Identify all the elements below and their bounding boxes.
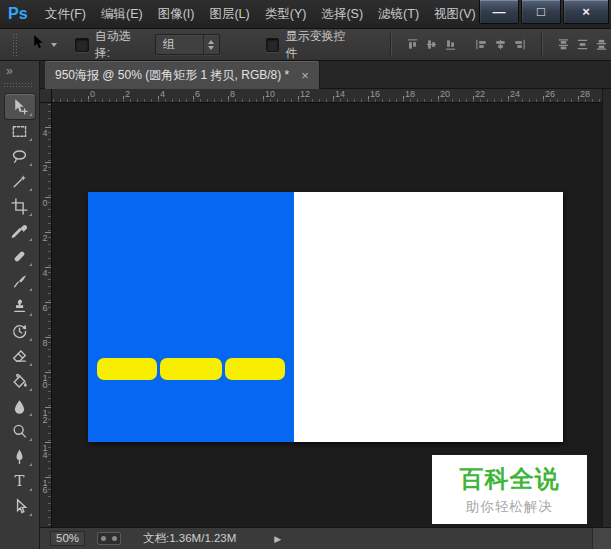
- watermark-subtitle: 助你轻松解决: [466, 498, 553, 516]
- status-bar: 50% 文档:1.36M/1.23M ▶: [40, 527, 611, 549]
- ruler-label: 8: [41, 340, 49, 347]
- status-expand-icon[interactable]: ▶: [274, 534, 281, 544]
- stepper-arrows-icon[interactable]: [203, 35, 219, 54]
- document-size-info: 文档:1.36M/1.23M: [143, 531, 236, 546]
- dodge-tool[interactable]: [5, 419, 35, 444]
- crop-tool[interactable]: [5, 194, 35, 219]
- vertical-scrollbar[interactable]: [602, 89, 611, 527]
- yellow-rounded-rectangle: [97, 358, 157, 380]
- eraser-tool[interactable]: [5, 344, 35, 369]
- align-right-edges-icon[interactable]: [513, 38, 526, 51]
- rounded-rectangle-row: [97, 358, 285, 380]
- watermark-title: 百科全说: [460, 463, 560, 495]
- ruler-label: 16: [370, 89, 380, 99]
- ruler-label: 0: [41, 200, 49, 207]
- ruler-label: 8: [230, 89, 235, 99]
- auto-select-label: 自动选择:: [95, 28, 145, 62]
- menu-file[interactable]: 文件(F): [42, 4, 89, 25]
- blur-tool[interactable]: [5, 394, 35, 419]
- align-bottom-edges-icon[interactable]: [444, 38, 457, 51]
- options-bar-grip[interactable]: [12, 33, 18, 57]
- ruler-label: 26: [545, 89, 555, 99]
- tab-close-icon[interactable]: ×: [301, 69, 309, 82]
- ruler-label: 4: [160, 89, 165, 99]
- horizontal-ruler[interactable]: 0246810121416182022242628: [52, 89, 611, 103]
- ruler-label: 10: [265, 89, 275, 99]
- menu-image[interactable]: 图像(I): [155, 4, 198, 25]
- svg-text:T: T: [15, 473, 25, 490]
- minimize-button[interactable]: —: [479, 0, 519, 24]
- document-tab[interactable]: 950海报 @ 50% (圆角矩形 1 拷贝, RGB/8) * ×: [45, 61, 319, 89]
- tool-column: T: [0, 94, 39, 519]
- paint-bucket-tool[interactable]: [5, 369, 35, 394]
- resize-grip[interactable]: [592, 528, 611, 549]
- ruler-label: 2: [125, 89, 130, 99]
- menu-view[interactable]: 视图(V): [431, 4, 479, 25]
- auto-select-dropdown[interactable]: 组: [155, 34, 220, 55]
- document-canvas[interactable]: [88, 192, 563, 442]
- eyedropper-tool[interactable]: [5, 219, 35, 244]
- align-group-2: [472, 38, 529, 51]
- yellow-rounded-rectangle: [160, 358, 222, 380]
- spot-healing-brush-tool[interactable]: [5, 244, 35, 269]
- ruler-label: 22: [475, 89, 485, 99]
- type-tool[interactable]: T: [5, 469, 35, 494]
- divider: [541, 33, 542, 57]
- tool-panel-grip[interactable]: [3, 82, 33, 88]
- show-transform-label: 显示变换控件: [285, 28, 356, 62]
- blue-rectangle-layer: [88, 192, 294, 442]
- pen-tool[interactable]: [5, 444, 35, 469]
- clone-stamp-tool[interactable]: [5, 294, 35, 319]
- align-top-edges-icon[interactable]: [406, 38, 419, 51]
- ruler-label: 20: [440, 89, 450, 99]
- ruler-label: 10: [41, 375, 49, 389]
- menu-edit[interactable]: 编辑(E): [98, 4, 146, 25]
- options-bar: 自动选择: 组 显示变换控件: [0, 29, 611, 61]
- path-selection-tool[interactable]: [5, 494, 35, 519]
- align-horizontal-centers-icon[interactable]: [494, 38, 507, 51]
- move-tool[interactable]: [5, 94, 35, 119]
- menu-layer[interactable]: 图层(L): [206, 4, 252, 25]
- menu-filter[interactable]: 滤镜(T): [375, 4, 422, 25]
- vertical-ruler[interactable]: 420246810121416: [40, 103, 52, 527]
- tool-panel: » T: [0, 61, 40, 549]
- move-tool-icon: [30, 34, 47, 55]
- ruler-label: 28: [580, 89, 590, 99]
- status-bar-icon[interactable]: [97, 532, 121, 545]
- zoom-level-field[interactable]: 50%: [50, 531, 85, 546]
- ruler-label: 2: [41, 165, 49, 172]
- align-vertical-centers-icon[interactable]: [425, 38, 438, 51]
- document-tab-title: 950海报 @ 50% (圆角矩形 1 拷贝, RGB/8) *: [55, 67, 289, 84]
- lasso-tool[interactable]: [5, 144, 35, 169]
- auto-select-checkbox[interactable]: [75, 38, 89, 52]
- tool-preset-button[interactable]: [30, 34, 57, 55]
- ruler-label: 12: [41, 410, 49, 424]
- ruler-label: 24: [510, 89, 520, 99]
- ruler-label: 14: [41, 445, 49, 459]
- distribute-vertical-centers-icon[interactable]: [576, 38, 589, 51]
- window-controls: —□×: [477, 0, 609, 24]
- align-group-1: [403, 38, 460, 51]
- menu-type[interactable]: 类型(Y): [262, 4, 310, 25]
- auto-select-value: 组: [156, 36, 203, 53]
- show-transform-checkbox[interactable]: [266, 38, 280, 52]
- maximize-button[interactable]: □: [521, 0, 561, 24]
- ruler-corner: [40, 89, 52, 103]
- ruler-label: 18: [405, 89, 415, 99]
- history-brush-tool[interactable]: [5, 319, 35, 344]
- rectangular-marquee-tool[interactable]: [5, 119, 35, 144]
- quick-selection-tool[interactable]: [5, 169, 35, 194]
- divider: [390, 33, 391, 57]
- align-left-edges-icon[interactable]: [475, 38, 488, 51]
- menu-select[interactable]: 选择(S): [318, 4, 366, 25]
- collapse-panel-icon[interactable]: »: [6, 64, 13, 78]
- yellow-rounded-rectangle: [225, 358, 285, 380]
- canvas-area[interactable]: 百科全说 助你轻松解决: [52, 103, 602, 527]
- close-button[interactable]: ×: [563, 0, 609, 24]
- document-tab-bar: 950海报 @ 50% (圆角矩形 1 拷贝, RGB/8) * ×: [40, 61, 611, 89]
- menu-bar: 文件(F)编辑(E)图像(I)图层(L)类型(Y)选择(S)滤镜(T)视图(V)…: [42, 4, 488, 25]
- ruler-label: 6: [41, 305, 49, 312]
- distribute-bottom-edges-icon[interactable]: [595, 38, 608, 51]
- distribute-top-edges-icon[interactable]: [557, 38, 570, 51]
- brush-tool[interactable]: [5, 269, 35, 294]
